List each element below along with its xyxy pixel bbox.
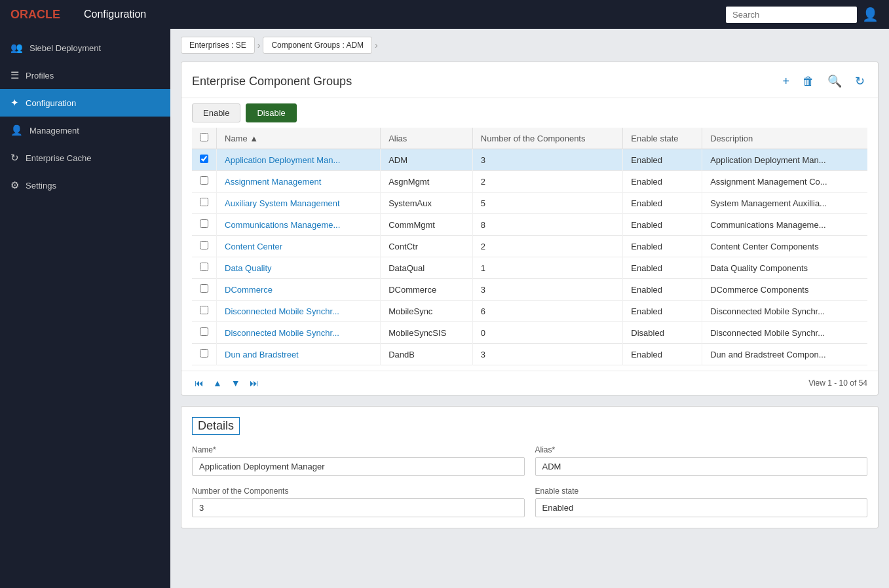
row-checkbox[interactable] xyxy=(200,263,208,271)
table-row[interactable]: Communications Manageme... CommMgmt 8 En… xyxy=(192,214,867,236)
row-description: System Management Auxillia... xyxy=(702,193,867,214)
row-checkbox-cell xyxy=(192,257,217,279)
row-description: DCommerce Components xyxy=(702,279,867,301)
sidebar-item-siebel-deployment[interactable]: 👥 Siebel Deployment xyxy=(0,34,170,62)
breadcrumb-component-groups[interactable]: Component Groups : ADM xyxy=(263,37,372,54)
row-alias: SystemAux xyxy=(381,193,473,214)
row-components: 8 xyxy=(472,214,623,236)
siebel-deployment-icon: 👥 xyxy=(10,42,23,54)
main-layout: 👥 Siebel Deployment ☰ Profiles ✦ Configu… xyxy=(0,29,889,588)
pagination-info: View 1 - 10 of 54 xyxy=(808,378,867,388)
search-input[interactable] xyxy=(726,7,857,23)
alias-field-group: Alias* xyxy=(535,445,868,476)
row-checkbox-cell xyxy=(192,279,217,301)
row-alias: AsgnMgmt xyxy=(381,171,473,193)
sidebar-item-configuration[interactable]: ✦ Configuration xyxy=(0,89,170,117)
row-checkbox-cell xyxy=(192,214,217,236)
enable-state-field-group: Enable state xyxy=(535,487,868,517)
sidebar-item-enterprise-cache[interactable]: ↻ Enterprise Cache xyxy=(0,144,170,172)
user-icon[interactable]: 👤 xyxy=(862,7,879,22)
row-description: Content Center Components xyxy=(702,236,867,257)
prev-page-button[interactable]: ▲ xyxy=(210,377,225,390)
header-components: Number of the Components xyxy=(472,128,623,149)
details-title: Details xyxy=(192,417,240,435)
row-name: Disconnected Mobile Synchr... xyxy=(217,322,381,344)
panel-header: Enterprise Component Groups + 🗑 🔍 ↻ xyxy=(181,62,878,98)
row-checkbox[interactable] xyxy=(200,219,208,228)
table-row[interactable]: DCommerce DCommerce 3 Enabled DCommerce … xyxy=(192,279,867,301)
panel-title: Enterprise Component Groups xyxy=(192,75,352,88)
table-header-row: Name ▲ Alias Number of the Components En… xyxy=(192,128,867,149)
row-checkbox[interactable] xyxy=(200,306,208,314)
row-checkbox-cell xyxy=(192,344,217,365)
enable-button[interactable]: Enable xyxy=(192,103,240,122)
row-checkbox[interactable] xyxy=(200,327,208,336)
details-form: Name* Alias* Number of the Components En… xyxy=(192,445,867,517)
row-checkbox[interactable] xyxy=(200,349,208,358)
sidebar-item-profiles[interactable]: ☰ Profiles xyxy=(0,62,170,89)
row-checkbox[interactable] xyxy=(200,155,208,163)
sidebar-item-label: Management xyxy=(29,126,79,136)
row-components: 5 xyxy=(472,193,623,214)
table-row[interactable]: Auxiliary System Management SystemAux 5 … xyxy=(192,193,867,214)
row-components: 2 xyxy=(472,171,623,193)
sidebar-item-label: Siebel Deployment xyxy=(29,43,101,53)
settings-icon: ⚙ xyxy=(10,179,19,191)
management-icon: 👤 xyxy=(10,124,23,136)
row-alias: DataQual xyxy=(381,257,473,279)
row-description: Data Quality Components xyxy=(702,257,867,279)
delete-button[interactable]: 🗑 xyxy=(800,72,817,91)
name-input[interactable] xyxy=(192,457,525,476)
next-page-button[interactable]: ▼ xyxy=(229,377,243,390)
row-enable-state: Enabled xyxy=(623,214,702,236)
table-row[interactable]: Assignment Management AsgnMgmt 2 Enabled… xyxy=(192,171,867,193)
table-row[interactable]: Disconnected Mobile Synchr... MobileSync… xyxy=(192,322,867,344)
row-checkbox[interactable] xyxy=(200,241,208,249)
row-checkbox[interactable] xyxy=(200,176,208,185)
pagination-controls: ⏮ ▲ ▼ ⏭ xyxy=(192,377,261,390)
breadcrumb-arrow: › xyxy=(375,40,378,50)
alias-label: Alias* xyxy=(535,445,868,454)
row-components: 2 xyxy=(472,236,623,257)
row-checkbox-cell xyxy=(192,149,217,171)
table-row[interactable]: Application Deployment Man... ADM 3 Enab… xyxy=(192,149,867,171)
row-enable-state: Enabled xyxy=(623,149,702,171)
disable-button[interactable]: Disable xyxy=(246,103,296,122)
row-alias: CommMgmt xyxy=(381,214,473,236)
table-row[interactable]: Data Quality DataQual 1 Enabled Data Qua… xyxy=(192,257,867,279)
page-title: Configuration xyxy=(84,9,146,20)
row-checkbox-cell xyxy=(192,171,217,193)
last-page-button[interactable]: ⏭ xyxy=(247,377,261,390)
first-page-button[interactable]: ⏮ xyxy=(192,377,206,390)
row-enable-state: Enabled xyxy=(623,301,702,322)
table-row[interactable]: Dun and Bradstreet DandB 3 Enabled Dun a… xyxy=(192,344,867,365)
alias-input[interactable] xyxy=(535,457,868,476)
sidebar-item-label: Settings xyxy=(26,181,56,191)
row-checkbox[interactable] xyxy=(200,284,208,293)
sidebar-item-management[interactable]: 👤 Management xyxy=(0,117,170,144)
enterprise-cache-icon: ↻ xyxy=(10,152,19,164)
row-alias: ADM xyxy=(381,149,473,171)
row-enable-state: Enabled xyxy=(623,171,702,193)
table-row[interactable]: Content Center ContCtr 2 Enabled Content… xyxy=(192,236,867,257)
enable-state-input[interactable] xyxy=(535,498,868,517)
row-components: 6 xyxy=(472,301,623,322)
table-row[interactable]: Disconnected Mobile Synchr... MobileSync… xyxy=(192,301,867,322)
select-all-checkbox[interactable] xyxy=(200,133,208,141)
search-button[interactable]: 🔍 xyxy=(825,71,844,91)
main-content: Enterprises : SE › Component Groups : AD… xyxy=(170,29,889,588)
row-alias: ContCtr xyxy=(381,236,473,257)
sidebar-item-label: Configuration xyxy=(26,98,76,108)
header-checkbox-cell xyxy=(192,128,217,149)
sidebar-item-settings[interactable]: ⚙ Settings xyxy=(0,172,170,199)
row-checkbox[interactable] xyxy=(200,198,208,206)
row-name: Content Center xyxy=(217,236,381,257)
refresh-button[interactable]: ↻ xyxy=(852,71,867,91)
components-input[interactable] xyxy=(192,498,525,517)
row-name: Data Quality xyxy=(217,257,381,279)
sidebar-item-label: Profiles xyxy=(26,71,54,81)
row-alias: DCommerce xyxy=(381,279,473,301)
add-button[interactable]: + xyxy=(780,72,792,91)
row-description: Disconnected Mobile Synchr... xyxy=(702,301,867,322)
breadcrumb-enterprises[interactable]: Enterprises : SE xyxy=(181,37,255,54)
